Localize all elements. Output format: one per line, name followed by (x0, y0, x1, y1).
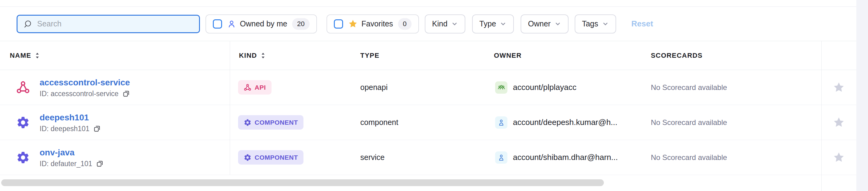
header-name[interactable]: NAME (0, 41, 230, 70)
gear-icon (16, 150, 30, 165)
table-row[interactable]: onv-java ID: defauter_101 COMPONENT (0, 140, 856, 175)
sort-icon[interactable] (261, 52, 266, 59)
owner-dropdown[interactable]: Owner (521, 14, 568, 33)
kind-dropdown-label: Kind (432, 19, 447, 28)
page-background-strip (856, 0, 868, 191)
scorecard-status: No Scorecard available (644, 140, 821, 175)
scorecard-status: No Scorecard available (644, 70, 821, 105)
search-box[interactable] (17, 15, 200, 33)
chevron-down-icon (602, 21, 609, 27)
type-dropdown[interactable]: Type (472, 14, 514, 33)
header-type: TYPE (354, 41, 488, 70)
person-icon (495, 151, 507, 164)
owned-by-me-filter[interactable]: Owned by me 20 (206, 14, 317, 33)
gear-icon (244, 154, 252, 161)
copy-icon[interactable] (122, 90, 130, 98)
search-icon (23, 19, 32, 29)
kind-badge: API (238, 80, 272, 95)
entity-name-link[interactable]: accesscontrol-service (40, 77, 130, 88)
favorite-star-icon[interactable] (832, 81, 845, 94)
owner-value: account/plplayacc (513, 83, 577, 92)
favorite-star-icon[interactable] (832, 151, 845, 164)
chevron-down-icon (500, 21, 506, 27)
group-icon (495, 82, 507, 94)
tags-dropdown[interactable]: Tags (575, 14, 616, 33)
favorites-filter[interactable]: Favorites 0 (327, 14, 419, 33)
filter-bar: Owned by me 20 Favorites 0 Kind Type Own… (0, 7, 856, 41)
favorites-label: Favorites (362, 19, 393, 28)
owned-by-me-label: Owned by me (240, 19, 287, 28)
favorites-count: 0 (398, 18, 411, 30)
owned-by-me-count: 20 (292, 18, 309, 30)
horizontal-scrollbar[interactable] (1, 179, 604, 186)
entity-name-link[interactable]: deepesh101 (40, 112, 101, 123)
api-icon (16, 80, 30, 95)
kind-badge-label: COMPONENT (255, 154, 298, 161)
type-dropdown-label: Type (479, 19, 496, 28)
chevron-down-icon (451, 21, 458, 27)
table-row[interactable]: deepesh101 ID: deepesh101 COMPONENT (0, 105, 856, 140)
table-row[interactable]: accesscontrol-service ID: accesscontrol-… (0, 70, 856, 105)
type-value: service (354, 140, 488, 175)
scorecard-status: No Scorecard available (644, 105, 821, 140)
column-divider (230, 41, 230, 175)
header-scorecards: SCORECARDS (644, 41, 821, 70)
favorite-star-icon[interactable] (832, 116, 845, 129)
kind-dropdown[interactable]: Kind (425, 14, 465, 33)
kind-badge-label: API (255, 84, 266, 91)
column-divider (821, 41, 822, 191)
owner-value: account/shibam.dhar@harn... (513, 153, 618, 162)
type-value: component (354, 105, 488, 140)
table-header: NAME KIND TYPE OWNER SCORECARDS (0, 41, 856, 70)
copy-icon[interactable] (93, 125, 101, 133)
kind-badge: COMPONENT (238, 115, 304, 130)
chevron-down-icon (554, 21, 561, 27)
kind-badge: COMPONENT (238, 150, 304, 165)
gear-icon (16, 115, 30, 130)
catalog-page: Owned by me 20 Favorites 0 Kind Type Own… (0, 0, 868, 191)
header-kind-label: KIND (239, 52, 257, 60)
sort-icon[interactable] (35, 52, 40, 59)
entity-id: ID: deepesh101 (40, 125, 89, 133)
kind-badge-label: COMPONENT (255, 119, 298, 126)
star-gold-icon (348, 19, 358, 29)
entity-id: ID: accesscontrol-service (40, 90, 119, 98)
search-input[interactable] (36, 19, 193, 29)
copy-icon[interactable] (96, 160, 104, 168)
entity-id: ID: defauter_101 (40, 160, 92, 168)
header-owner: OWNER (488, 41, 644, 70)
owned-by-me-checkbox[interactable] (213, 19, 222, 29)
favorites-checkbox[interactable] (334, 19, 343, 29)
header-kind[interactable]: KIND (230, 41, 354, 70)
header-name-label: NAME (10, 52, 31, 60)
owner-value: account/deepesh.kumar@h... (513, 118, 617, 127)
entity-name-link[interactable]: onv-java (40, 147, 104, 158)
gear-icon (244, 119, 252, 127)
header-favorite-spacer (821, 41, 856, 70)
person-icon (495, 116, 507, 129)
type-value: openapi (354, 70, 488, 105)
person-icon (227, 19, 236, 29)
owner-dropdown-label: Owner (528, 19, 551, 28)
reset-button[interactable]: Reset (631, 19, 653, 29)
api-icon (244, 84, 252, 92)
tags-dropdown-label: Tags (582, 19, 598, 28)
